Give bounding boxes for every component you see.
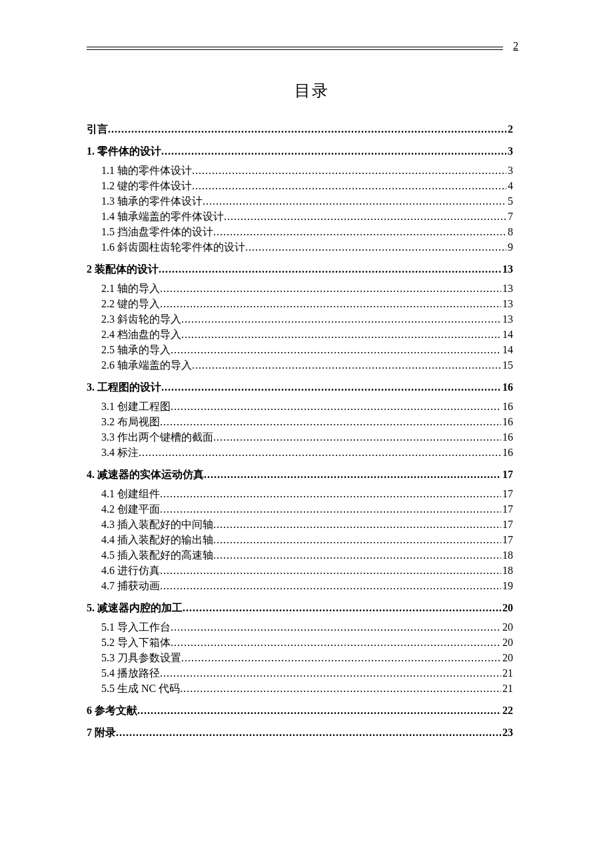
page-number: 2 — [513, 40, 518, 52]
toc-entry-page: 8 — [506, 224, 513, 239]
toc-entry: 3. 工程图的设计 16 — [87, 379, 513, 395]
toc-dot-leader — [183, 600, 501, 615]
toc-entry: 6 参考文献 22 — [87, 703, 513, 718]
toc-entry-label: 1. 零件体的设计 — [87, 143, 161, 159]
toc-entry-page: 16 — [501, 414, 513, 429]
toc-dot-leader — [160, 486, 501, 501]
toc-entry: 3.1 创建工程图 16 — [101, 399, 513, 414]
toc-dot-leader — [171, 399, 501, 414]
toc-entry-label: 4.2 创建平面 — [101, 501, 160, 517]
toc-entry-label: 4. 减速器的实体运动仿真 — [87, 467, 204, 482]
toc-entry: 4.5 插入装配好的高速轴 18 — [101, 547, 513, 563]
toc-entry-label: 4.6 进行仿真 — [101, 563, 160, 578]
toc-entry: 5.4 播放路径 21 — [101, 665, 513, 681]
toc-dot-leader — [213, 517, 501, 532]
toc-entry-label: 2.5 轴承的导入 — [101, 342, 171, 357]
toc-entry: 1.6 斜齿圆柱齿轮零件体的设计 9 — [101, 239, 513, 255]
toc-entry-page: 20 — [501, 635, 513, 650]
toc-entry-page: 18 — [501, 547, 513, 563]
toc-entry: 1. 零件体的设计 3 — [87, 143, 513, 159]
toc-subgroup: 4.1 创建组件 174.2 创建平面 174.3 插入装配好的中间轴 174.… — [101, 486, 513, 593]
toc-entry-label: 1.1 轴的零件体设计 — [101, 163, 192, 178]
toc-entry: 4.7 捕获动画 19 — [101, 578, 513, 593]
toc-entry-page: 18 — [501, 563, 513, 578]
toc-dot-leader — [192, 357, 501, 373]
toc-entry-label: 2.1 轴的导入 — [101, 281, 160, 296]
toc-dot-leader — [160, 414, 501, 429]
toc-dot-leader — [224, 209, 506, 224]
toc-entry: 4.6 进行仿真 18 — [101, 563, 513, 578]
toc-entry-label: 1.4 轴承端盖的零件体设计 — [101, 209, 224, 224]
toc-entry-label: 1.3 轴承的零件体设计 — [101, 193, 203, 209]
toc-entry-label: 2.6 轴承端盖的导入 — [101, 357, 192, 373]
toc-entry: 2.6 轴承端盖的导入 15 — [101, 357, 513, 373]
toc-entry-page: 16 — [501, 429, 513, 445]
toc-subgroup: 1.1 轴的零件体设计 31.2 键的零件体设计 41.3 轴承的零件体设计 5… — [101, 163, 513, 255]
toc-entry: 2.2 键的导入 13 — [101, 296, 513, 311]
toc-title: 目录 — [87, 80, 536, 101]
toc-entry-label: 5.1 导入工作台 — [101, 619, 171, 635]
toc-dot-leader — [171, 635, 501, 650]
header-rule — [87, 47, 503, 50]
toc-dot-leader — [171, 342, 501, 357]
toc-subgroup: 2.1 轴的导入 132.2 键的导入 132.3 斜齿轮的导入 132.4 档… — [101, 281, 513, 373]
toc-dot-leader — [192, 163, 506, 178]
toc-entry-label: 3.1 创建工程图 — [101, 399, 171, 414]
toc-dot-leader — [160, 578, 501, 593]
toc-entry-page: 5 — [506, 193, 513, 209]
toc-entry: 2.1 轴的导入 13 — [101, 281, 513, 296]
toc-entry-page: 9 — [506, 239, 513, 255]
toc-entry: 2.5 轴承的导入 14 — [101, 342, 513, 357]
toc-entry-page: 13 — [501, 311, 513, 327]
toc-entry-page: 22 — [501, 703, 513, 718]
toc-entry-page: 2 — [506, 121, 513, 137]
toc-entry: 7 附录 23 — [87, 725, 513, 740]
page: 2 目录 引言 21. 零件体的设计 31.1 轴的零件体设计 31.2 键的零… — [0, 0, 613, 868]
toc-entry-label: 4.3 插入装配好的中间轴 — [101, 517, 213, 532]
toc-entry: 4.4 插入装配好的输出轴 17 — [101, 532, 513, 547]
toc-entry-page: 20 — [501, 650, 513, 665]
toc-entry: 5.1 导入工作台 20 — [101, 619, 513, 635]
toc-entry-label: 1.6 斜齿圆柱齿轮零件体的设计 — [101, 239, 245, 255]
toc-entry-label: 6 参考文献 — [87, 703, 137, 718]
toc-dot-leader — [181, 327, 501, 342]
toc-dot-leader — [204, 467, 501, 482]
toc-entry-page: 19 — [501, 578, 513, 593]
toc-entry-page: 17 — [501, 517, 513, 532]
toc-entry-label: 2.4 档油盘的导入 — [101, 327, 181, 342]
toc-dot-leader — [139, 445, 501, 460]
toc-dot-leader — [116, 725, 501, 740]
toc-entry: 4. 减速器的实体运动仿真 17 — [87, 467, 513, 482]
toc-dot-leader — [181, 311, 501, 327]
toc-entry: 2.3 斜齿轮的导入 13 — [101, 311, 513, 327]
toc-entry-label: 4.4 插入装配好的输出轴 — [101, 532, 213, 547]
toc-entry-page: 17 — [501, 501, 513, 517]
toc-entry: 2.4 档油盘的导入 14 — [101, 327, 513, 342]
toc-entry-page: 15 — [501, 357, 513, 373]
toc-subgroup: 5.1 导入工作台 205.2 导入下箱体 205.3 刀具参数设置 205.4… — [101, 619, 513, 696]
toc-dot-leader — [213, 532, 501, 547]
toc-entry-label: 5.4 播放路径 — [101, 665, 160, 681]
toc-entry: 5.5 生成 NC 代码 21 — [101, 681, 513, 696]
toc-entry-label: 4.1 创建组件 — [101, 486, 160, 501]
toc-entry: 4.2 创建平面 17 — [101, 501, 513, 517]
toc-entry-page: 4 — [506, 178, 513, 193]
toc-entry-label: 7 附录 — [87, 725, 116, 740]
toc-entry-page: 17 — [501, 467, 513, 482]
toc-entry-label: 3.3 作出两个键槽的截面 — [101, 429, 213, 445]
toc-entry-page: 21 — [501, 681, 513, 696]
toc-entry: 1.3 轴承的零件体设计 5 — [101, 193, 513, 209]
toc-entry-page: 16 — [501, 445, 513, 460]
toc-dot-leader — [203, 193, 506, 209]
toc-entry: 5.3 刀具参数设置 20 — [101, 650, 513, 665]
toc-entry-label: 5. 减速器内腔的加工 — [87, 600, 183, 615]
toc-entry-page: 23 — [501, 725, 513, 740]
toc-entry-page: 20 — [501, 600, 513, 615]
toc-entry-label: 1.2 键的零件体设计 — [101, 178, 192, 193]
toc-dot-leader — [192, 178, 506, 193]
toc-dot-leader — [160, 563, 501, 578]
toc-entry-page: 16 — [501, 379, 513, 395]
toc-entry: 1.2 键的零件体设计 4 — [101, 178, 513, 193]
table-of-contents: 引言 21. 零件体的设计 31.1 轴的零件体设计 31.2 键的零件体设计 … — [87, 121, 513, 740]
toc-entry: 4.1 创建组件 17 — [101, 486, 513, 501]
